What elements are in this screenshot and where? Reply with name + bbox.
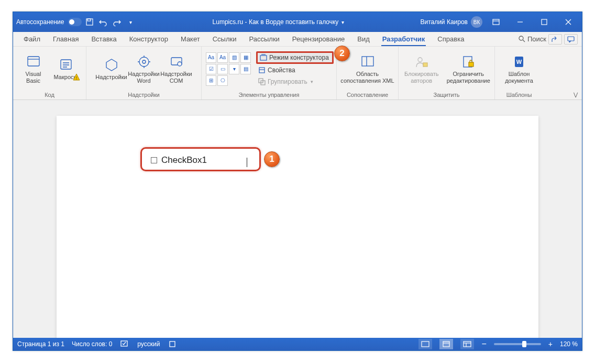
document-template-label: Шаблон документа	[498, 71, 541, 84]
save-icon[interactable]	[84, 16, 95, 28]
control-dropdown-icon[interactable]: ▾	[229, 64, 239, 74]
svg-point-20	[178, 62, 182, 66]
control-buildingblock-icon[interactable]: ▦	[240, 52, 251, 63]
view-print-layout-icon[interactable]	[439, 339, 453, 349]
svg-rect-13	[61, 60, 71, 69]
com-addins-button[interactable]: Надстройки COM	[161, 49, 192, 89]
design-mode-icon	[260, 54, 267, 61]
tab-developer[interactable]: Разработчик	[376, 32, 432, 46]
svg-text:!: !	[75, 75, 77, 81]
redo-icon[interactable]	[111, 16, 123, 28]
addins-icon	[104, 57, 119, 73]
properties-label: Свойства	[268, 67, 295, 74]
comments-button[interactable]	[564, 34, 578, 45]
status-language[interactable]: русский	[137, 340, 160, 348]
ribbon-tabs: Файл Главная Вставка Конструктор Макет С…	[13, 32, 582, 47]
xml-mapping-icon	[360, 54, 376, 70]
undo-icon[interactable]	[97, 16, 109, 28]
tab-design[interactable]: Конструктор	[123, 32, 174, 46]
tab-help[interactable]: Справка	[431, 32, 470, 46]
control-checkbox-icon[interactable]: ☑	[206, 64, 216, 74]
group-button: Группировать ▾	[256, 76, 334, 87]
control-richtext-icon[interactable]: Aa	[206, 52, 216, 63]
callout-badge-1: 1	[264, 151, 280, 167]
word-addins-icon	[136, 54, 152, 70]
document-template-button[interactable]: W Шаблон документа	[498, 49, 541, 89]
user-name: Виталий Каиров	[420, 18, 468, 26]
user-avatar[interactable]: ВК	[471, 16, 482, 28]
block-authors-label: Блокировать авторов	[401, 71, 443, 84]
group-protect-label: Защитить	[401, 90, 492, 100]
tab-view[interactable]: Вид	[351, 32, 376, 46]
vertical-scrollbar[interactable]	[574, 100, 582, 338]
group-button-label: Группировать	[268, 78, 307, 85]
svg-rect-5	[542, 19, 547, 25]
tab-review[interactable]: Рецензирование	[286, 32, 351, 46]
macro-recording-icon[interactable]	[167, 339, 178, 349]
svg-rect-35	[170, 341, 175, 347]
status-page[interactable]: Страница 1 из 1	[17, 340, 64, 348]
svg-marker-16	[106, 59, 117, 71]
design-mode-button[interactable]: Режим конструктора	[256, 51, 334, 64]
control-plaintext-icon[interactable]: Aa	[217, 52, 228, 63]
tab-layout[interactable]: Макет	[174, 32, 206, 46]
autosave-toggle[interactable]	[68, 18, 82, 26]
svg-rect-26	[362, 57, 373, 66]
svg-rect-29	[423, 63, 427, 67]
ribbon-display-icon[interactable]	[486, 12, 506, 32]
control-legacy-icon[interactable]: ⎔	[217, 75, 228, 86]
zoom-level[interactable]: 120 %	[560, 340, 578, 348]
spellcheck-icon[interactable]	[119, 339, 130, 349]
zoom-slider[interactable]	[494, 343, 541, 345]
share-button[interactable]	[548, 34, 562, 45]
view-web-layout-icon[interactable]	[460, 339, 474, 349]
tab-file[interactable]: Файл	[17, 32, 47, 46]
visual-basic-button[interactable]: Visual Basic	[18, 49, 49, 89]
controls-gallery[interactable]: Aa Aa ▧ ▦ ☑ ▭ ▾ ▤ ⊞ ⎔	[206, 52, 251, 86]
tab-insert[interactable]: Вставка	[85, 32, 123, 46]
collapse-ribbon-icon[interactable]: ⋁	[571, 90, 580, 98]
title-dropdown-icon[interactable]: ▾	[341, 19, 344, 25]
control-repeating-icon[interactable]: ⊞	[206, 75, 216, 86]
view-focus-icon[interactable]	[418, 339, 432, 349]
block-authors-button: Блокировать авторов	[401, 49, 443, 89]
addins-button[interactable]: Надстройки	[96, 49, 127, 89]
svg-text:W: W	[516, 59, 522, 65]
tab-references[interactable]: Ссылки	[206, 32, 243, 46]
restrict-editing-button[interactable]: Ограничить редактирование	[445, 49, 492, 89]
svg-point-18	[142, 60, 146, 63]
document-page[interactable]: CheckBox1 1	[57, 116, 538, 338]
design-mode-label: Режим конструктора	[269, 54, 329, 61]
status-words[interactable]: Число слов: 0	[72, 340, 112, 348]
document-template-icon: W	[511, 54, 527, 70]
addins-label: Надстройки	[95, 74, 127, 81]
zoom-thumb[interactable]	[522, 341, 526, 347]
macros-button[interactable]: Макросы !	[51, 49, 81, 89]
chevron-down-icon: ▾	[311, 79, 313, 84]
group-controls-label: Элементы управления	[204, 90, 334, 100]
tab-mailings[interactable]: Рассылки	[243, 32, 285, 46]
qat-dropdown-icon[interactable]: ▾	[125, 16, 136, 28]
zoom-out-button[interactable]: −	[481, 339, 486, 349]
group-addins-label: Надстройки	[89, 90, 199, 100]
group-templates-label: Шаблоны	[497, 90, 541, 100]
word-addins-label: Надстройки Word	[128, 71, 159, 84]
close-button[interactable]	[558, 12, 579, 32]
control-combobox-icon[interactable]: ▭	[217, 64, 228, 74]
group-controls: Aa Aa ▧ ▦ ☑ ▭ ▾ ▤ ⊞ ⎔ Режим конструктора	[202, 47, 337, 100]
tab-home[interactable]: Главная	[47, 32, 85, 46]
callout-box-1	[140, 147, 261, 171]
search-label: Поиск	[527, 35, 546, 43]
word-addins-button[interactable]: Надстройки Word	[129, 49, 159, 89]
control-picture-icon[interactable]: ▧	[229, 52, 239, 63]
svg-rect-37	[443, 341, 449, 347]
maximize-button[interactable]	[534, 12, 555, 32]
properties-button[interactable]: Свойства	[256, 65, 334, 75]
control-datepicker-icon[interactable]: ▤	[240, 64, 251, 74]
svg-rect-31	[469, 62, 473, 67]
minimize-button[interactable]	[510, 12, 531, 32]
svg-point-28	[418, 58, 422, 62]
zoom-in-button[interactable]: +	[548, 340, 553, 348]
macros-icon	[58, 57, 74, 73]
search-box[interactable]: Поиск	[519, 35, 546, 43]
